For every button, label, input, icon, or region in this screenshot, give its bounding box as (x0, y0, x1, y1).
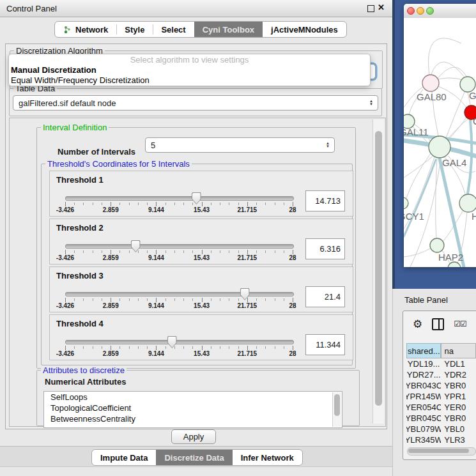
network-edge[interactable] (437, 67, 467, 79)
tab-jactivemnodules[interactable]: jActiveMNodules (263, 22, 346, 37)
slider-tick (211, 298, 211, 301)
threshold-value-field[interactable]: 6.316 (305, 238, 345, 259)
slider-tick (275, 298, 275, 301)
network-edge[interactable] (446, 91, 465, 138)
network-node-h[interactable] (459, 194, 476, 212)
cell-shared-name[interactable]: YER054C (406, 402, 441, 413)
threshold-value-field[interactable]: 21.4 (305, 286, 345, 307)
slider-tick-label: 28 (289, 350, 296, 357)
num-intervals-spinner[interactable]: 5 ▲▼ (145, 137, 335, 153)
tab-cyni-toolbox[interactable]: Cyni Toolbox (194, 22, 263, 37)
network-edge-highlighted[interactable] (404, 160, 436, 236)
attribute-list-item[interactable]: TopologicalCoefficient (44, 403, 342, 413)
settings-scrollbar[interactable] (372, 119, 384, 424)
cell-name[interactable]: YBR0 (441, 413, 476, 424)
algorithm-option[interactable]: Equal Width/Frequency Discretization (9, 75, 370, 86)
network-edge[interactable] (406, 153, 431, 198)
cell-shared-name[interactable]: YBR043C (406, 380, 441, 391)
mac-zoom-button[interactable] (426, 7, 434, 15)
network-window[interactable]: GAL80GACGAL11GAL4GCY1HHAP2 (404, 4, 476, 267)
slider-tick (83, 250, 84, 253)
cell-shared-name[interactable]: YDR27... (406, 369, 441, 380)
threshold-value-field[interactable]: 11.344 (305, 334, 345, 355)
bottom-tab-discretize-data[interactable]: Discretize Data (156, 450, 232, 465)
slider-tick (192, 250, 193, 253)
table-data-combobox[interactable]: galFiltered.sif default node ▲▼ (13, 95, 378, 111)
slider-tick (174, 250, 175, 253)
apply-button[interactable]: Apply (171, 429, 216, 444)
cell-name[interactable]: YER0 (441, 402, 476, 413)
table-row[interactable]: YBR043CYBR0 (406, 380, 476, 391)
cell-name[interactable]: YLR3 (441, 434, 476, 445)
table-row[interactable]: YER054CYER0 (406, 402, 476, 413)
network-node-gcy1[interactable] (404, 197, 408, 209)
cell-shared-name[interactable]: YDL19... (406, 358, 441, 369)
cell-shared-name[interactable]: YPR145W (406, 391, 441, 402)
cell-name[interactable]: YBL0 (441, 424, 476, 434)
select-columns-icon[interactable]: ☑☑ (454, 319, 466, 328)
tab-network[interactable]: Network (55, 22, 116, 37)
cell-shared-name[interactable]: YBR045C (406, 413, 441, 424)
algorithm-option[interactable]: Manual Discretization (9, 65, 370, 75)
slider-tick (247, 298, 248, 302)
network-node-label: GA (469, 90, 476, 101)
slider-tick (129, 298, 130, 301)
slider-tick (220, 203, 220, 205)
attributes-list-scrollbar[interactable] (332, 392, 341, 427)
slider-tick (202, 250, 203, 254)
cell-shared-name[interactable]: YLR345W (406, 434, 441, 445)
table-row[interactable]: YBR045CYBR0 (406, 413, 476, 424)
split-columns-icon[interactable] (432, 318, 444, 330)
slider-tick (275, 203, 275, 205)
column-header-name[interactable]: na (441, 343, 476, 358)
network-edge-highlighted[interactable] (468, 120, 472, 194)
float-window-icon[interactable] (367, 5, 374, 12)
gear-icon[interactable]: ⚙ (413, 319, 422, 330)
slider-tick-label: 2.859 (103, 206, 119, 213)
table-hscrollbar[interactable] (407, 447, 476, 456)
slider-track[interactable] (65, 292, 294, 296)
slider-tick-label: 21.715 (238, 206, 257, 213)
bottom-tab-infer-network[interactable]: Infer Network (233, 450, 302, 465)
network-edge[interactable] (436, 158, 437, 238)
network-node-gal80[interactable] (422, 75, 439, 91)
mac-minimize-button[interactable] (417, 7, 424, 15)
network-node-gal4[interactable] (429, 136, 450, 158)
tab-style[interactable]: Style (116, 22, 153, 37)
slider-tick (229, 203, 229, 205)
network-edge-highlighted[interactable] (440, 158, 464, 267)
slider-track[interactable] (65, 340, 294, 344)
table-row[interactable]: YLR345WYLR3 (406, 434, 476, 445)
slider-track[interactable] (65, 196, 294, 201)
network-edge[interactable] (431, 62, 465, 78)
slider-tick (119, 346, 120, 349)
attribute-list-item[interactable]: BetweennessCentrality (44, 413, 342, 424)
slider-tick (265, 298, 266, 301)
slider-tick (174, 298, 175, 301)
tab-select[interactable]: Select (153, 22, 194, 37)
network-canvas[interactable]: GAL80GACGAL11GAL4GCY1HHAP2 (404, 18, 476, 267)
cell-name[interactable]: YDL1 (441, 358, 476, 369)
table-row[interactable]: YBL079WYBL0 (406, 424, 476, 434)
bottom-tab-impute-data[interactable]: Impute Data (92, 450, 156, 465)
table-row[interactable]: YDL19...YDL1 (406, 358, 476, 369)
slider-tick-label: 28 (289, 254, 296, 261)
cell-name[interactable]: YBR0 (441, 380, 476, 391)
attribute-list-item[interactable]: SelfLoops (44, 392, 342, 403)
slider-tick (265, 346, 266, 349)
threshold-value-field[interactable]: 14.713 (305, 190, 345, 211)
slider-track[interactable] (65, 244, 294, 249)
table-row[interactable]: YPR145WYPR1 (406, 391, 476, 402)
column-header-shared-name[interactable]: shared... (406, 343, 441, 358)
close-icon[interactable]: ✕ (378, 3, 385, 12)
mac-close-button[interactable] (407, 7, 415, 15)
network-edge[interactable] (404, 248, 431, 257)
cell-name[interactable]: YDR2 (441, 369, 476, 380)
threshold-row: Threshold 1-3.4262.8599.14415.4321.71528… (49, 171, 353, 217)
cell-shared-name[interactable]: YBL079W (406, 424, 441, 434)
cell-name[interactable]: YPR1 (441, 391, 476, 402)
network-window-titlebar[interactable] (404, 4, 476, 19)
numerical-attributes-list[interactable]: SelfLoopsTopologicalCoefficientBetweenne… (43, 391, 342, 428)
network-node-hap2[interactable] (430, 238, 444, 252)
table-row[interactable]: YDR27...YDR2 (406, 369, 476, 380)
